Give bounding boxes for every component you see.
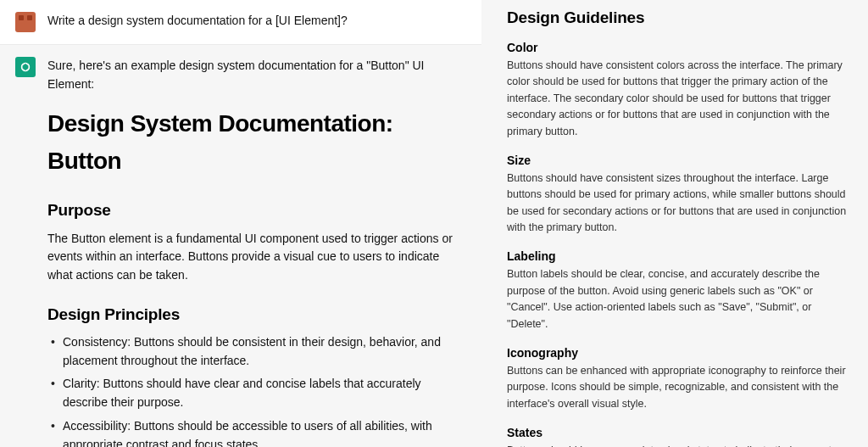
guidelines-title: Design Guidelines	[507, 8, 851, 27]
assistant-message: Sure, here's an example design system do…	[0, 45, 481, 447]
assistant-intro-text: Sure, here's an example design system do…	[47, 57, 466, 93]
guideline-heading: Iconography	[507, 346, 851, 360]
user-avatar-icon	[15, 12, 36, 32]
guideline-text: Buttons should have consistent sizes thr…	[507, 170, 851, 237]
guideline-heading: Color	[507, 41, 851, 54]
user-message-text: Write a design system documentation for …	[47, 14, 348, 27]
purpose-text: The Button element is a fundamental UI c…	[47, 230, 466, 285]
guideline-text: Buttons should have appropriate visual s…	[507, 443, 851, 447]
guideline-heading: Labeling	[507, 249, 851, 263]
principles-heading: Design Principles	[47, 302, 466, 327]
guideline-text: Button labels should be clear, concise, …	[507, 266, 851, 332]
guidelines-column: Design Guidelines Color Buttons should h…	[492, 0, 868, 447]
principles-list: Consistency: Buttons should be consisten…	[47, 333, 466, 447]
guideline-heading: Size	[507, 154, 851, 167]
user-message: Write a design system documentation for …	[0, 0, 481, 45]
guideline-heading: States	[507, 426, 851, 439]
guideline-text: Buttons can be enhanced with appropriate…	[507, 363, 851, 412]
assistant-avatar-icon	[15, 57, 36, 77]
list-item: Accessibility: Buttons should be accessi…	[63, 417, 466, 447]
chat-column: Write a design system documentation for …	[0, 0, 492, 447]
doc-title: Design System Documentation: Button	[47, 105, 466, 179]
purpose-heading: Purpose	[47, 198, 466, 222]
list-item: Clarity: Buttons should have clear and c…	[63, 375, 466, 411]
svg-point-0	[21, 63, 29, 70]
guideline-text: Buttons should have consistent colors ac…	[507, 58, 851, 140]
list-item: Consistency: Buttons should be consisten…	[63, 333, 466, 370]
